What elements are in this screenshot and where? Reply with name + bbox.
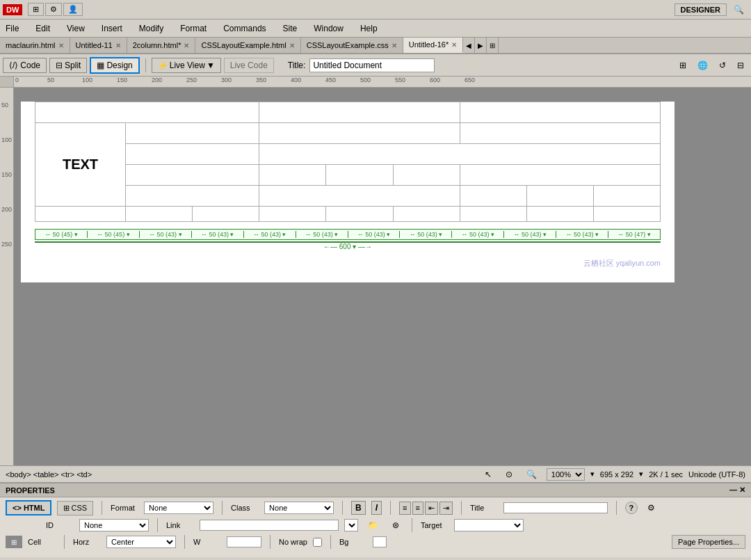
cell-label: Cell (28, 538, 56, 546)
prop-settings-btn[interactable]: ⚙ (643, 501, 659, 515)
link-input[interactable] (200, 520, 339, 531)
menu-insert[interactable]: Insert (99, 22, 125, 35)
layout-btn[interactable]: ⊞ (28, 3, 44, 16)
status-right: ↖ ⊙ 🔍 100% ▾ 695 x 292 ▾ 2K / 1 sec Unic… (481, 467, 745, 481)
panel-pin[interactable]: — ✕ (729, 486, 745, 495)
prop-row-2: ID None Link ▼ 📁 ⊛ Target (6, 518, 745, 532)
designer-badge: DESIGNER (675, 3, 727, 16)
canvas-area[interactable]: TEXT (14, 88, 751, 465)
encoding: Unicode (UTF-8) (688, 470, 745, 479)
menu-view[interactable]: View (64, 22, 88, 35)
inspect-btn[interactable]: ⊙ (501, 467, 517, 481)
tab-close-untitled11[interactable]: ✕ (115, 42, 121, 49)
html-btn[interactable]: <> HTML (6, 500, 51, 515)
menu-help[interactable]: Help (357, 22, 380, 35)
tab-csslayout-css[interactable]: CSSLayoutExample.css ✕ (301, 38, 403, 53)
design-view-btn[interactable]: ▦ Design (90, 57, 139, 74)
help-btn[interactable]: ? (625, 502, 638, 514)
prop-row-cell: ⊞ Cell Horz Center W No wrap Bg Page Pro… (6, 535, 745, 549)
tab-close-2column[interactable]: ✕ (184, 42, 189, 49)
live-code-label: Live Code (230, 61, 268, 70)
italic-btn[interactable]: I (371, 501, 382, 515)
link-anchor-btn[interactable]: ⊛ (388, 518, 403, 532)
id-select[interactable]: None (79, 519, 149, 531)
prop-divider4 (390, 501, 391, 515)
menu-file[interactable]: File (3, 22, 22, 35)
split-view-btn[interactable]: ⊟ Split (49, 58, 87, 73)
dimensions-arrow: ▾ (639, 470, 643, 479)
measure-container: ↔ 50 (45) ▾ ↔ 50 (45) ▾ ↔ 50 (43) ▾ ↔ 50… (35, 229, 661, 250)
table-row (35, 165, 661, 186)
bg-swatch[interactable] (373, 536, 387, 547)
settings-btn[interactable]: ⚙ (45, 3, 62, 16)
ol-btn[interactable]: ≡ (412, 502, 423, 515)
format-select[interactable]: None (144, 502, 213, 514)
menu-commands[interactable]: Commands (220, 22, 268, 35)
menu-format[interactable]: Format (177, 22, 209, 35)
tab-close-untitled16[interactable]: ✕ (451, 41, 457, 49)
view-toolbar-right: ⊞ 🌐 ↺ ⊟ (675, 58, 748, 72)
no-wrap-check[interactable] (313, 538, 322, 547)
tab-close-csslayout-html[interactable]: ✕ (289, 42, 295, 49)
prop-divider7 (157, 518, 158, 532)
user-btn[interactable]: 👤 (63, 3, 83, 16)
tab-csslayout-html[interactable]: CSSLayoutExample.html ✕ (195, 38, 300, 53)
watermark: 云栖社区 yqaliyun.com (583, 258, 661, 269)
target-select[interactable] (454, 519, 524, 531)
bold-btn[interactable]: B (351, 501, 366, 515)
zoom-select[interactable]: 100% (547, 468, 585, 481)
design-btn-label: Design (106, 61, 132, 70)
live-code-btn[interactable]: Live Code (224, 58, 274, 73)
menu-site[interactable]: Site (280, 22, 300, 35)
tab-untitled11[interactable]: Untitled-11 ✕ (70, 38, 127, 53)
ul-btn[interactable]: ≡ (399, 502, 410, 515)
w-input[interactable] (227, 536, 261, 547)
cursor-btn[interactable]: ↖ (481, 467, 496, 481)
title-label: Title: (288, 61, 306, 70)
menu-window[interactable]: Window (311, 22, 346, 35)
prop-divider3 (342, 501, 343, 515)
table-row (35, 144, 661, 165)
grid-btn[interactable]: ⊟ (733, 58, 748, 72)
css-label: CSS (71, 504, 87, 512)
page-props-btn[interactable]: Page Properties... (672, 535, 745, 549)
tab-close-maclaurin[interactable]: ✕ (58, 42, 64, 49)
class-select[interactable]: None (264, 502, 334, 514)
ruler: 0 50 100 150 200 250 300 350 400 450 500… (14, 77, 751, 87)
code-view-btn[interactable]: ⟨/⟩ Code (3, 58, 47, 73)
link-select[interactable]: ▼ (344, 519, 358, 531)
title-input[interactable] (309, 58, 435, 72)
code-btn-label: Code (20, 61, 40, 70)
tab-untitled16[interactable]: Untitled-16* ✕ (403, 38, 463, 53)
table-row: TEXT (35, 123, 661, 144)
link-browse-btn[interactable]: 📁 (364, 518, 382, 532)
menu-edit[interactable]: Edit (33, 22, 53, 35)
tab-maclaurin[interactable]: maclaurin.html ✕ (0, 38, 70, 53)
zoom-search-btn[interactable]: 🔍 (522, 467, 541, 481)
indent-btn[interactable]: ⇤ (425, 502, 438, 515)
prop-divider11 (270, 535, 270, 549)
tab-prev[interactable]: ◀ (463, 38, 475, 53)
refresh-btn[interactable]: ↺ (715, 58, 730, 72)
title-label: Title (470, 504, 498, 512)
browser-btn[interactable]: 🌐 (693, 58, 712, 72)
w-label: W (193, 538, 221, 546)
properties-header: PROPERTIES — ✕ (0, 483, 751, 497)
search-top-btn[interactable]: 🔍 (729, 3, 748, 17)
toolbar-divider (145, 58, 146, 72)
file-mgr-btn[interactable]: ⊞ (675, 58, 691, 72)
status-bar: <body> <table> <tr> <td> ↖ ⊙ 🔍 100% ▾ 69… (0, 465, 751, 482)
horz-select[interactable]: Center (106, 536, 176, 548)
tab-menu[interactable]: ⊞ (487, 38, 499, 53)
tab-next[interactable]: ▶ (475, 38, 487, 53)
title-prop-input[interactable] (503, 502, 608, 513)
menu-modify[interactable]: Modify (136, 22, 166, 35)
tab-2column[interactable]: 2column.html* ✕ (127, 38, 196, 53)
table-row (35, 207, 661, 222)
outdent-btn[interactable]: ⇥ (439, 502, 453, 515)
css-btn[interactable]: ⊞ CSS (57, 501, 93, 515)
prop-divider5 (461, 501, 462, 515)
tab-close-csslayout-css[interactable]: ✕ (391, 42, 397, 49)
live-view-btn[interactable]: ⚡ Live View ▼ (152, 58, 221, 73)
prop-divider8 (412, 518, 412, 532)
